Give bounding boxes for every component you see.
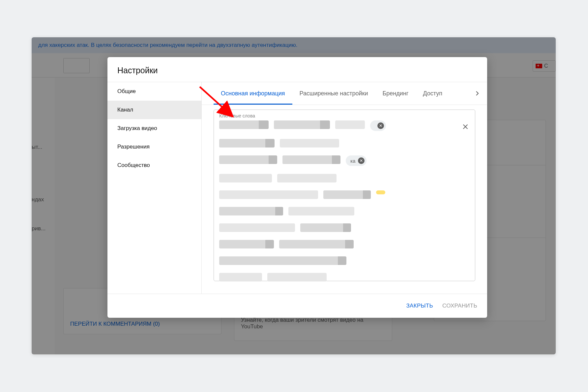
tab-access[interactable]: Доступ xyxy=(416,82,450,105)
keyword-chip[interactable] xyxy=(288,207,354,215)
keyword-chip[interactable] xyxy=(300,223,351,232)
chevron-right-icon[interactable] xyxy=(473,89,481,97)
keyword-chip[interactable] xyxy=(335,120,365,129)
tabs-row: Основная информация Расширенные настройк… xyxy=(202,82,487,105)
keyword-chip[interactable] xyxy=(219,174,272,182)
keyword-chip[interactable] xyxy=(219,207,283,215)
keyword-chip[interactable] xyxy=(219,240,274,248)
keyword-chip[interactable] xyxy=(323,190,371,199)
keywords-label: Ключевые слова xyxy=(219,113,470,120)
modal-header: Настройки xyxy=(107,57,487,82)
keyword-chips: ✕ ка ✕ xyxy=(219,120,470,281)
keyword-chip[interactable] xyxy=(282,155,340,164)
keywords-field[interactable]: Ключевые слова ✕ xyxy=(214,110,475,281)
close-button[interactable]: ЗАКРЫТЬ xyxy=(406,303,433,309)
save-button[interactable]: СОХРАНИТЬ xyxy=(442,303,477,309)
keyword-chip[interactable] xyxy=(219,139,275,147)
keyword-chip[interactable] xyxy=(274,120,330,129)
modal-main: Основная информация Расширенные настройк… xyxy=(202,82,487,294)
keyword-chip[interactable] xyxy=(219,273,262,281)
keyword-chip[interactable] xyxy=(219,256,346,265)
keyword-chip[interactable] xyxy=(219,223,295,232)
keyword-chip[interactable] xyxy=(280,139,339,147)
chip-remove-icon[interactable]: ✕ xyxy=(358,157,365,164)
keyword-chip[interactable] xyxy=(279,240,354,248)
screenshot-frame: для хакерских атак. В целях безопасности… xyxy=(32,37,556,354)
keyword-chip[interactable] xyxy=(219,120,269,129)
highlight-marker xyxy=(376,190,385,194)
settings-modal: Настройки Общие Канал Загрузка видео Раз… xyxy=(107,57,487,318)
keyword-chip[interactable]: ✕ xyxy=(370,120,386,131)
keyword-chip[interactable] xyxy=(219,190,318,199)
sidebar-item-community[interactable]: Сообщество xyxy=(107,156,201,175)
modal-footer: ЗАКРЫТЬ СОХРАНИТЬ xyxy=(107,294,487,318)
tab-content: Ключевые слова ✕ xyxy=(202,105,487,294)
sidebar-item-general[interactable]: Общие xyxy=(107,82,201,101)
tab-basic-info[interactable]: Основная информация xyxy=(214,82,292,105)
sidebar-item-channel[interactable]: Канал xyxy=(107,101,201,119)
keyword-chip[interactable] xyxy=(267,273,327,281)
keyword-chip-visible[interactable]: ка ✕ xyxy=(346,155,367,166)
keyword-chip[interactable] xyxy=(277,174,337,182)
sidebar-item-permissions[interactable]: Разрешения xyxy=(107,138,201,156)
chip-label: ка xyxy=(350,158,355,164)
tab-branding[interactable]: Брендинг xyxy=(375,82,416,105)
keyword-chip[interactable] xyxy=(219,155,277,164)
close-icon[interactable] xyxy=(462,123,469,132)
sidebar-item-upload[interactable]: Загрузка видео xyxy=(107,119,201,138)
modal-title: Настройки xyxy=(117,66,477,75)
settings-sidebar: Общие Канал Загрузка видео Разрешения Со… xyxy=(107,82,202,294)
tab-advanced[interactable]: Расширенные настройки xyxy=(292,82,375,105)
chip-remove-icon[interactable]: ✕ xyxy=(377,122,384,129)
